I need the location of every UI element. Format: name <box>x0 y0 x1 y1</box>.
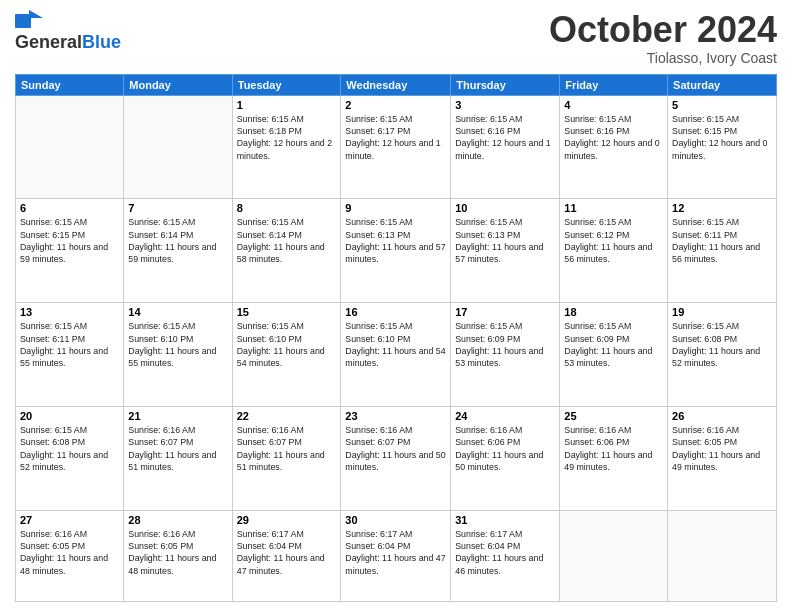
table-row: 23Sunrise: 6:16 AMSunset: 6:07 PMDayligh… <box>341 406 451 510</box>
table-row <box>124 95 232 199</box>
table-row: 21Sunrise: 6:16 AMSunset: 6:07 PMDayligh… <box>124 406 232 510</box>
day-info: Sunrise: 6:16 AMSunset: 6:05 PMDaylight:… <box>20 528 119 577</box>
table-row: 1Sunrise: 6:15 AMSunset: 6:18 PMDaylight… <box>232 95 341 199</box>
day-number: 30 <box>345 514 446 526</box>
table-row: 29Sunrise: 6:17 AMSunset: 6:04 PMDayligh… <box>232 510 341 601</box>
day-number: 24 <box>455 410 555 422</box>
day-number: 29 <box>237 514 337 526</box>
header-sunday: Sunday <box>16 74 124 95</box>
day-info: Sunrise: 6:15 AMSunset: 6:14 PMDaylight:… <box>128 216 227 265</box>
table-row: 11Sunrise: 6:15 AMSunset: 6:12 PMDayligh… <box>560 199 668 303</box>
day-info: Sunrise: 6:15 AMSunset: 6:11 PMDaylight:… <box>672 216 772 265</box>
logo-icon <box>15 10 43 32</box>
day-info: Sunrise: 6:15 AMSunset: 6:16 PMDaylight:… <box>455 113 555 162</box>
day-number: 31 <box>455 514 555 526</box>
table-row: 31Sunrise: 6:17 AMSunset: 6:04 PMDayligh… <box>451 510 560 601</box>
day-number: 11 <box>564 202 663 214</box>
table-row <box>16 95 124 199</box>
table-row: 19Sunrise: 6:15 AMSunset: 6:08 PMDayligh… <box>668 303 777 407</box>
table-row: 4Sunrise: 6:15 AMSunset: 6:16 PMDaylight… <box>560 95 668 199</box>
table-row: 20Sunrise: 6:15 AMSunset: 6:08 PMDayligh… <box>16 406 124 510</box>
day-number: 2 <box>345 99 446 111</box>
day-number: 3 <box>455 99 555 111</box>
day-number: 18 <box>564 306 663 318</box>
day-number: 5 <box>672 99 772 111</box>
day-info: Sunrise: 6:15 AMSunset: 6:09 PMDaylight:… <box>455 320 555 369</box>
day-info: Sunrise: 6:15 AMSunset: 6:11 PMDaylight:… <box>20 320 119 369</box>
table-row: 8Sunrise: 6:15 AMSunset: 6:14 PMDaylight… <box>232 199 341 303</box>
table-row: 27Sunrise: 6:16 AMSunset: 6:05 PMDayligh… <box>16 510 124 601</box>
day-info: Sunrise: 6:16 AMSunset: 6:07 PMDaylight:… <box>345 424 446 473</box>
day-number: 21 <box>128 410 227 422</box>
day-number: 13 <box>20 306 119 318</box>
table-row: 26Sunrise: 6:16 AMSunset: 6:05 PMDayligh… <box>668 406 777 510</box>
day-info: Sunrise: 6:16 AMSunset: 6:07 PMDaylight:… <box>237 424 337 473</box>
day-info: Sunrise: 6:15 AMSunset: 6:14 PMDaylight:… <box>237 216 337 265</box>
day-info: Sunrise: 6:16 AMSunset: 6:05 PMDaylight:… <box>128 528 227 577</box>
day-info: Sunrise: 6:15 AMSunset: 6:17 PMDaylight:… <box>345 113 446 162</box>
header-wednesday: Wednesday <box>341 74 451 95</box>
day-info: Sunrise: 6:15 AMSunset: 6:08 PMDaylight:… <box>672 320 772 369</box>
svg-rect-0 <box>15 14 31 28</box>
header: GeneralBlue October 2024 Tiolasso, Ivory… <box>15 10 777 66</box>
day-info: Sunrise: 6:15 AMSunset: 6:18 PMDaylight:… <box>237 113 337 162</box>
day-info: Sunrise: 6:17 AMSunset: 6:04 PMDaylight:… <box>345 528 446 577</box>
day-info: Sunrise: 6:16 AMSunset: 6:06 PMDaylight:… <box>455 424 555 473</box>
day-number: 4 <box>564 99 663 111</box>
header-friday: Friday <box>560 74 668 95</box>
table-row: 9Sunrise: 6:15 AMSunset: 6:13 PMDaylight… <box>341 199 451 303</box>
table-row: 6Sunrise: 6:15 AMSunset: 6:15 PMDaylight… <box>16 199 124 303</box>
day-info: Sunrise: 6:15 AMSunset: 6:13 PMDaylight:… <box>345 216 446 265</box>
day-number: 8 <box>237 202 337 214</box>
day-number: 28 <box>128 514 227 526</box>
header-thursday: Thursday <box>451 74 560 95</box>
day-number: 14 <box>128 306 227 318</box>
day-number: 26 <box>672 410 772 422</box>
day-info: Sunrise: 6:15 AMSunset: 6:16 PMDaylight:… <box>564 113 663 162</box>
day-info: Sunrise: 6:16 AMSunset: 6:06 PMDaylight:… <box>564 424 663 473</box>
table-row: 7Sunrise: 6:15 AMSunset: 6:14 PMDaylight… <box>124 199 232 303</box>
table-row: 16Sunrise: 6:15 AMSunset: 6:10 PMDayligh… <box>341 303 451 407</box>
day-number: 9 <box>345 202 446 214</box>
day-info: Sunrise: 6:15 AMSunset: 6:10 PMDaylight:… <box>128 320 227 369</box>
day-number: 25 <box>564 410 663 422</box>
table-row: 5Sunrise: 6:15 AMSunset: 6:15 PMDaylight… <box>668 95 777 199</box>
table-row: 3Sunrise: 6:15 AMSunset: 6:16 PMDaylight… <box>451 95 560 199</box>
table-row: 28Sunrise: 6:16 AMSunset: 6:05 PMDayligh… <box>124 510 232 601</box>
table-row: 12Sunrise: 6:15 AMSunset: 6:11 PMDayligh… <box>668 199 777 303</box>
month-title: October 2024 <box>549 10 777 50</box>
calendar-table: Sunday Monday Tuesday Wednesday Thursday… <box>15 74 777 602</box>
table-row: 15Sunrise: 6:15 AMSunset: 6:10 PMDayligh… <box>232 303 341 407</box>
table-row: 10Sunrise: 6:15 AMSunset: 6:13 PMDayligh… <box>451 199 560 303</box>
day-number: 1 <box>237 99 337 111</box>
day-number: 22 <box>237 410 337 422</box>
table-row: 24Sunrise: 6:16 AMSunset: 6:06 PMDayligh… <box>451 406 560 510</box>
day-number: 12 <box>672 202 772 214</box>
table-row: 25Sunrise: 6:16 AMSunset: 6:06 PMDayligh… <box>560 406 668 510</box>
table-row <box>668 510 777 601</box>
day-number: 15 <box>237 306 337 318</box>
day-info: Sunrise: 6:15 AMSunset: 6:10 PMDaylight:… <box>345 320 446 369</box>
table-row: 13Sunrise: 6:15 AMSunset: 6:11 PMDayligh… <box>16 303 124 407</box>
logo-blue: Blue <box>82 32 121 53</box>
day-number: 19 <box>672 306 772 318</box>
day-info: Sunrise: 6:15 AMSunset: 6:08 PMDaylight:… <box>20 424 119 473</box>
day-info: Sunrise: 6:15 AMSunset: 6:13 PMDaylight:… <box>455 216 555 265</box>
logo: GeneralBlue <box>15 10 121 53</box>
day-info: Sunrise: 6:15 AMSunset: 6:10 PMDaylight:… <box>237 320 337 369</box>
day-info: Sunrise: 6:15 AMSunset: 6:15 PMDaylight:… <box>20 216 119 265</box>
day-number: 6 <box>20 202 119 214</box>
table-row: 18Sunrise: 6:15 AMSunset: 6:09 PMDayligh… <box>560 303 668 407</box>
calendar-header-row: Sunday Monday Tuesday Wednesday Thursday… <box>16 74 777 95</box>
day-number: 10 <box>455 202 555 214</box>
table-row: 14Sunrise: 6:15 AMSunset: 6:10 PMDayligh… <box>124 303 232 407</box>
day-number: 27 <box>20 514 119 526</box>
day-info: Sunrise: 6:16 AMSunset: 6:07 PMDaylight:… <box>128 424 227 473</box>
day-info: Sunrise: 6:17 AMSunset: 6:04 PMDaylight:… <box>455 528 555 577</box>
day-info: Sunrise: 6:16 AMSunset: 6:05 PMDaylight:… <box>672 424 772 473</box>
title-block: October 2024 Tiolasso, Ivory Coast <box>549 10 777 66</box>
day-info: Sunrise: 6:15 AMSunset: 6:15 PMDaylight:… <box>672 113 772 162</box>
logo-general: General <box>15 32 82 53</box>
day-info: Sunrise: 6:17 AMSunset: 6:04 PMDaylight:… <box>237 528 337 577</box>
header-monday: Monday <box>124 74 232 95</box>
